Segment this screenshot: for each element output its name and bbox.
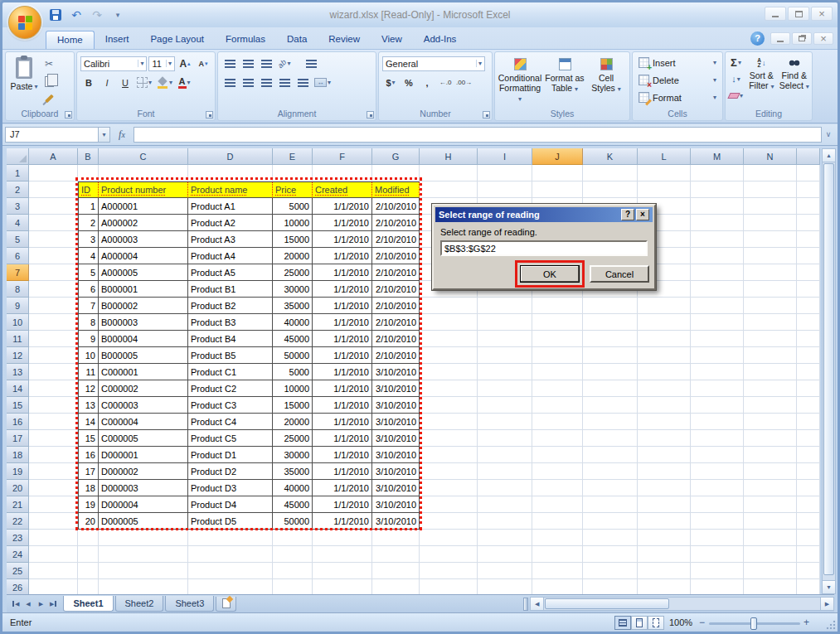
cell-C11[interactable]: B000004: [99, 331, 188, 347]
horizontal-scroll-thumb[interactable]: [545, 598, 669, 609]
number-format-select[interactable]: General▾: [382, 56, 485, 71]
cell-filler-21[interactable]: [797, 496, 820, 513]
next-sheet-button[interactable]: ▶: [35, 598, 47, 611]
cell-B9[interactable]: 7: [78, 298, 99, 314]
cell-L1[interactable]: [638, 165, 691, 181]
cell-B20[interactable]: 18: [78, 480, 99, 496]
cell-E4[interactable]: 10000: [273, 215, 313, 231]
cell-D3[interactable]: Product A1: [188, 198, 273, 215]
cell-filler-8[interactable]: [797, 281, 820, 298]
scroll-left-button[interactable]: ◀: [531, 598, 544, 610]
vertical-scrollbar[interactable]: ▲ ▼: [822, 148, 836, 594]
cell-H22[interactable]: [420, 513, 478, 530]
cell-D14[interactable]: Product C2: [188, 380, 273, 397]
cell-G21[interactable]: 3/10/2010: [372, 496, 420, 513]
cell-D9[interactable]: Product B2: [188, 298, 273, 314]
cell-J17[interactable]: [532, 430, 583, 447]
cell-N13[interactable]: [744, 364, 797, 380]
cell-J24[interactable]: [532, 546, 583, 563]
cell-E8[interactable]: 30000: [273, 281, 313, 298]
italic-button[interactable]: I: [99, 75, 115, 91]
cell-filler-19[interactable]: [797, 463, 820, 480]
cell-N4[interactable]: [744, 215, 797, 231]
cell-styles-button[interactable]: Cell Styles ▾: [586, 54, 626, 108]
cell-M10[interactable]: [691, 314, 744, 331]
cell-C16[interactable]: C000004: [99, 414, 188, 430]
row-header-8[interactable]: 8: [7, 281, 29, 298]
cell-G12[interactable]: 2/10/2010: [372, 347, 420, 364]
cell-N7[interactable]: [744, 264, 797, 281]
cell-B19[interactable]: 17: [78, 463, 99, 480]
cell-I22[interactable]: [478, 513, 532, 530]
cell-D18[interactable]: Product D1: [188, 447, 273, 463]
column-header-F[interactable]: F: [313, 148, 372, 165]
cell-M26[interactable]: [691, 579, 744, 596]
sort-filter-button[interactable]: AZ↓ Sort & Filter ▾: [746, 54, 777, 108]
cell-A3[interactable]: [29, 198, 78, 215]
cell-M20[interactable]: [691, 480, 744, 496]
row-header-24[interactable]: 24: [7, 546, 29, 563]
cell-E7[interactable]: 25000: [273, 264, 313, 281]
decrease-decimal-button[interactable]: .00→: [455, 75, 473, 91]
ok-button[interactable]: OK: [520, 265, 580, 283]
cell-F19[interactable]: 1/1/2010: [313, 463, 372, 480]
cell-H10[interactable]: [420, 314, 478, 331]
ribbon-tab-data[interactable]: Data: [276, 31, 318, 49]
sheet-tab-sheet3[interactable]: Sheet3: [165, 596, 214, 612]
cell-J23[interactable]: [532, 530, 583, 546]
cell-K2[interactable]: [583, 181, 638, 198]
row-header-14[interactable]: 14: [7, 380, 29, 397]
cell-H20[interactable]: [420, 480, 478, 496]
cell-G25[interactable]: [372, 563, 420, 579]
cell-C21[interactable]: D000004: [99, 496, 188, 513]
cell-C26[interactable]: [99, 579, 188, 596]
cell-B11[interactable]: 9: [78, 331, 99, 347]
paste-button[interactable]: Paste▾: [7, 54, 41, 108]
clipboard-dialog-launcher[interactable]: [65, 111, 72, 119]
sheet-tab-sheet1[interactable]: Sheet1: [63, 596, 113, 612]
scroll-down-button[interactable]: ▼: [823, 580, 835, 593]
cell-filler-10[interactable]: [797, 314, 820, 331]
cell-A26[interactable]: [29, 579, 78, 596]
comma-style-button[interactable]: ,: [419, 75, 435, 91]
cell-F20[interactable]: 1/1/2010: [313, 480, 372, 496]
cell-E13[interactable]: 5000: [273, 364, 313, 380]
cell-J22[interactable]: [532, 513, 583, 530]
cell-M19[interactable]: [691, 463, 744, 480]
cell-B23[interactable]: [78, 530, 99, 546]
ribbon-tab-add-ins[interactable]: Add-Ins: [413, 31, 468, 49]
cell-C13[interactable]: C000001: [99, 364, 188, 380]
cell-E3[interactable]: 5000: [273, 198, 313, 215]
cell-L11[interactable]: [638, 331, 691, 347]
cell-K19[interactable]: [583, 463, 638, 480]
cell-A8[interactable]: [29, 281, 78, 298]
row-header-20[interactable]: 20: [7, 480, 29, 496]
conditional-formatting-button[interactable]: Conditional Formatting ▾: [497, 54, 543, 108]
cell-A24[interactable]: [29, 546, 78, 563]
cell-M3[interactable]: [691, 198, 744, 215]
cell-E21[interactable]: 45000: [273, 496, 313, 513]
first-sheet-button[interactable]: ◀: [9, 598, 22, 611]
cell-J25[interactable]: [532, 563, 583, 579]
cell-M2[interactable]: [691, 181, 744, 198]
cell-E23[interactable]: [273, 530, 313, 546]
cell-M9[interactable]: [691, 298, 744, 314]
cell-M14[interactable]: [691, 380, 744, 397]
cell-filler-2[interactable]: [797, 181, 820, 198]
font-dialog-launcher[interactable]: [206, 111, 213, 119]
cell-B18[interactable]: 16: [78, 447, 99, 463]
row-header-17[interactable]: 17: [7, 430, 29, 447]
help-button[interactable]: ?: [750, 31, 765, 46]
cell-H17[interactable]: [420, 430, 478, 447]
row-header-21[interactable]: 21: [7, 496, 29, 513]
cell-K13[interactable]: [583, 364, 638, 380]
cell-J12[interactable]: [532, 347, 583, 364]
cell-N3[interactable]: [744, 198, 797, 215]
cell-M23[interactable]: [691, 530, 744, 546]
cell-E22[interactable]: 50000: [273, 513, 313, 530]
column-header-J[interactable]: J: [532, 148, 583, 165]
cell-K17[interactable]: [583, 430, 638, 447]
name-box-dropdown[interactable]: ▾: [98, 127, 110, 143]
cell-H9[interactable]: [420, 298, 478, 314]
cell-B25[interactable]: [78, 563, 99, 579]
